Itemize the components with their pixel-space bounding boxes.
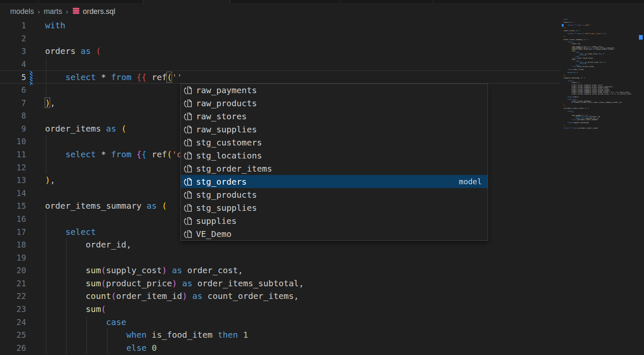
line-number[interactable]: 20 [0, 264, 26, 277]
suggestion-item[interactable]: stg_order_items [181, 162, 488, 175]
code-token [564, 24, 568, 26]
code-line-5[interactable]: 5 select * from {{ ref('' [0, 70, 561, 83]
suggestion-item-selected[interactable]: stg_ordersmodel [181, 175, 488, 188]
suggestion-item[interactable]: raw_stores [181, 110, 488, 123]
suggestion-label: raw_payments [196, 85, 257, 95]
indent-guide [46, 83, 46, 97]
suggestion-label: stg_locations [196, 151, 262, 161]
line-number[interactable]: 4 [0, 58, 26, 71]
line-number[interactable]: 1 [0, 19, 26, 32]
code-token [45, 227, 65, 237]
code-token: order_items [45, 124, 106, 134]
line-number[interactable]: 3 [0, 45, 26, 58]
tab-separator [433, 0, 433, 4]
breadcrumb: models › marts › orders.sql [10, 4, 115, 19]
tab-active[interactable] [143, 0, 230, 4]
line-number[interactable]: 19 [0, 251, 26, 264]
line-number[interactable]: 8 [0, 109, 26, 122]
line-number[interactable]: 14 [0, 187, 26, 200]
chevron-right-icon: › [65, 7, 68, 16]
breadcrumb-item-marts[interactable]: marts [44, 7, 62, 16]
code-line-19[interactable]: 19 [0, 251, 561, 264]
code-token [45, 330, 126, 340]
code-line-4[interactable]: 4 [0, 58, 561, 71]
line-number[interactable]: 22 [0, 290, 26, 303]
code-token: order_items_summary [45, 201, 147, 211]
code-token [564, 68, 568, 70]
code-line-3[interactable]: 3orders as ( [0, 45, 561, 58]
code-line-20[interactable]: 20 sum(supply_cost) as order_cost, [0, 264, 561, 277]
code-token: ( [101, 304, 106, 314]
suggest-widget[interactable]: raw_paymentsraw_productsraw_storesraw_su… [180, 83, 488, 241]
code-token: from [568, 121, 572, 124]
code-token: select [564, 127, 569, 129]
line-number[interactable]: 16 [0, 212, 26, 226]
suggestion-item[interactable]: VE_Demo [181, 227, 488, 240]
code-line-22[interactable]: 22 count(order_item_id) as count_order_i… [0, 290, 561, 303]
line-number[interactable]: 10 [0, 135, 26, 148]
indent-guide [86, 342, 87, 355]
code-token [131, 149, 137, 159]
code-token: is_drink_order [616, 93, 631, 95]
line-number[interactable]: 26 [0, 342, 26, 355]
breadcrumb-item-file[interactable]: orders.sql [83, 7, 115, 16]
code-token [157, 201, 162, 211]
code-token: * [574, 32, 577, 35]
suggestion-item[interactable]: stg_supplies [181, 201, 488, 214]
line-number[interactable]: 21 [0, 277, 26, 290]
line-number[interactable]: 23 [0, 303, 26, 316]
line-number[interactable]: 2 [0, 32, 26, 45]
suggestion-item[interactable]: raw_products [181, 97, 488, 110]
line-number[interactable]: 7 [0, 97, 26, 110]
minimap-line: select * from customer_order_count [564, 127, 640, 129]
code-token: count_order_items, [202, 291, 299, 301]
reference-icon [184, 99, 196, 108]
code-token [45, 149, 65, 159]
code-line-24[interactable]: 24 case [0, 316, 561, 329]
tab-separator [230, 0, 231, 4]
line-number[interactable]: 15 [0, 199, 26, 212]
code-line-21[interactable]: 21 sum(product_price) as order_items_sub… [0, 277, 561, 290]
code-token: select [65, 149, 96, 159]
suggestion-label: VE_Demo [196, 229, 231, 239]
breadcrumb-item-models[interactable]: models [10, 7, 34, 16]
suggestion-item[interactable]: stg_customers [181, 136, 488, 149]
code-token: as [80, 46, 91, 56]
suggestion-item[interactable]: raw_supplies [181, 123, 488, 136]
line-number[interactable]: 24 [0, 316, 26, 329]
indent-guide [46, 303, 46, 316]
line-number[interactable]: 11 [0, 148, 26, 161]
line-number[interactable]: 17 [0, 226, 26, 239]
code-token: then [599, 61, 603, 63]
indent-guide [66, 342, 67, 355]
reference-icon [184, 112, 196, 121]
code-token: select [65, 227, 96, 237]
code-token: sum [86, 278, 101, 288]
suggestion-item[interactable]: raw_payments [181, 84, 488, 97]
code-line-23[interactable]: 23 sum( [0, 303, 561, 316]
code-line-26[interactable]: 26 else 0 [0, 342, 561, 355]
code-token: then [217, 330, 238, 340]
code-token: sum [86, 304, 101, 314]
code-line-25[interactable]: 25 when is_food_item then 1 [0, 328, 561, 342]
minimap[interactable]: withorders as ( select * from {{ ref('')… [564, 19, 640, 137]
code-token: orders [564, 21, 571, 23]
code-token: group by [568, 71, 576, 73]
tab-separator [340, 0, 341, 4]
code-line-2[interactable]: 2 [0, 32, 561, 45]
line-number[interactable]: 25 [0, 328, 26, 342]
line-number[interactable]: 6 [0, 83, 26, 97]
line-number[interactable]: 9 [0, 122, 26, 135]
code-line-1[interactable]: 1with [0, 19, 561, 32]
indent-guide [66, 277, 67, 290]
code-token: ) [564, 124, 564, 126]
line-number[interactable]: 18 [0, 238, 26, 251]
line-number[interactable]: 13 [0, 174, 26, 187]
line-number[interactable]: 5 [0, 71, 26, 84]
suggestion-item[interactable]: stg_products [181, 188, 488, 201]
line-number[interactable]: 12 [0, 161, 26, 174]
indent-guide [66, 290, 67, 303]
suggestion-item[interactable]: stg_locations [181, 149, 488, 162]
code-token: supply_cost [106, 265, 162, 275]
suggestion-item[interactable]: supplies [181, 214, 488, 227]
